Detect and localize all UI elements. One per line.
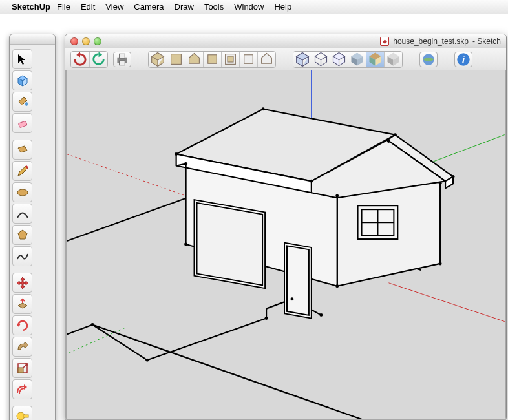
line-tool[interactable] bbox=[12, 161, 32, 181]
tool-palette: ABCA bbox=[9, 34, 56, 420]
document-filename: house_begin_test.skp bbox=[393, 37, 469, 46]
svg-rect-25 bbox=[120, 54, 125, 58]
mac-menubar: SketchUp File Edit View Camera Draw Tool… bbox=[0, 0, 508, 14]
view-right-button[interactable] bbox=[203, 52, 221, 67]
svg-rect-30 bbox=[228, 56, 233, 62]
zoom-button[interactable] bbox=[94, 37, 101, 45]
menu-draw[interactable]: Draw bbox=[175, 2, 194, 12]
follow-me-tool[interactable] bbox=[12, 337, 32, 357]
svg-point-55 bbox=[335, 194, 339, 198]
menu-edit[interactable]: Edit bbox=[81, 2, 95, 12]
standard-views-group bbox=[148, 51, 276, 68]
menu-file[interactable]: File bbox=[57, 2, 70, 12]
svg-point-60 bbox=[175, 152, 178, 156]
component-tool[interactable] bbox=[12, 70, 32, 90]
freehand-tool[interactable] bbox=[12, 246, 32, 266]
svg-point-59 bbox=[439, 262, 442, 265]
svg-point-57 bbox=[387, 140, 390, 143]
eraser-tool[interactable] bbox=[12, 113, 32, 133]
undo-button[interactable] bbox=[71, 52, 89, 67]
close-button[interactable] bbox=[70, 37, 78, 45]
menu-camera[interactable]: Camera bbox=[134, 2, 164, 12]
svg-rect-4 bbox=[18, 368, 23, 373]
svg-point-69 bbox=[319, 313, 323, 317]
polygon-tool[interactable] bbox=[12, 225, 32, 245]
menu-view[interactable]: View bbox=[105, 2, 123, 12]
svg-point-63 bbox=[452, 175, 455, 178]
document-toolbar: i bbox=[65, 48, 506, 70]
tape-tool[interactable] bbox=[12, 406, 32, 420]
redo-button[interactable] bbox=[89, 52, 107, 67]
svg-rect-48 bbox=[287, 246, 309, 315]
model-info-button[interactable]: i bbox=[454, 52, 472, 67]
app-name[interactable]: SketchUp bbox=[12, 2, 50, 12]
get-models-button[interactable] bbox=[419, 52, 438, 67]
svg-point-68 bbox=[290, 297, 293, 300]
style-xray-button[interactable] bbox=[293, 52, 312, 67]
view-top-button[interactable] bbox=[167, 52, 185, 67]
svg-rect-1 bbox=[18, 121, 27, 128]
svg-point-53 bbox=[184, 162, 187, 165]
svg-point-54 bbox=[184, 243, 187, 246]
palette-titlebar[interactable] bbox=[10, 34, 55, 45]
view-iso2-button[interactable] bbox=[257, 52, 275, 67]
move-tool[interactable] bbox=[12, 273, 32, 293]
select-tool[interactable] bbox=[12, 49, 32, 69]
document-icon: ◆ bbox=[380, 37, 389, 46]
circle-tool[interactable] bbox=[12, 182, 32, 202]
svg-point-58 bbox=[439, 182, 442, 185]
scale-tool[interactable] bbox=[12, 358, 32, 378]
style-monochrome-button[interactable] bbox=[384, 52, 402, 67]
svg-point-61 bbox=[262, 107, 265, 110]
svg-point-67 bbox=[265, 317, 268, 320]
svg-point-65 bbox=[91, 323, 94, 326]
svg-point-0 bbox=[25, 102, 28, 106]
menu-tools[interactable]: Tools bbox=[204, 2, 224, 12]
view-iso-button[interactable] bbox=[149, 52, 167, 67]
style-wireframe-button[interactable] bbox=[312, 52, 330, 67]
svg-rect-28 bbox=[208, 55, 217, 64]
print-button[interactable] bbox=[113, 52, 131, 67]
paint-bucket-tool[interactable] bbox=[12, 92, 32, 112]
arc-tool[interactable] bbox=[12, 204, 32, 224]
svg-point-62 bbox=[394, 133, 397, 136]
rotate-tool[interactable] bbox=[12, 315, 32, 335]
window-titlebar[interactable]: ◆ house_begin_test.skp - Sketch bbox=[65, 34, 506, 48]
style-shaded-button[interactable] bbox=[348, 52, 366, 67]
style-hidden-button[interactable] bbox=[330, 52, 348, 67]
rectangle-tool[interactable] bbox=[12, 140, 32, 160]
push-pull-tool[interactable] bbox=[12, 294, 32, 314]
document-window: ◆ house_begin_test.skp - Sketch bbox=[65, 34, 507, 420]
svg-rect-46 bbox=[197, 203, 263, 286]
svg-rect-26 bbox=[120, 61, 125, 65]
menu-window[interactable]: Window bbox=[234, 2, 264, 12]
svg-point-64 bbox=[310, 180, 313, 183]
minimize-button[interactable] bbox=[82, 37, 90, 45]
svg-rect-31 bbox=[244, 55, 253, 64]
menu-help[interactable]: Help bbox=[274, 2, 291, 12]
svg-point-56 bbox=[335, 284, 339, 288]
document-title-suffix: - Sketch bbox=[472, 37, 501, 46]
model-viewport[interactable] bbox=[65, 70, 506, 420]
face-styles-group bbox=[293, 51, 403, 68]
svg-point-2 bbox=[17, 189, 28, 196]
view-back-button[interactable] bbox=[221, 52, 239, 67]
style-shaded-textures-button[interactable] bbox=[366, 52, 384, 67]
svg-rect-27 bbox=[171, 54, 182, 65]
view-front-button[interactable] bbox=[185, 52, 203, 67]
view-left-button[interactable] bbox=[239, 52, 257, 67]
svg-rect-6 bbox=[23, 415, 28, 417]
offset-tool[interactable] bbox=[12, 379, 32, 399]
svg-point-66 bbox=[145, 359, 149, 362]
